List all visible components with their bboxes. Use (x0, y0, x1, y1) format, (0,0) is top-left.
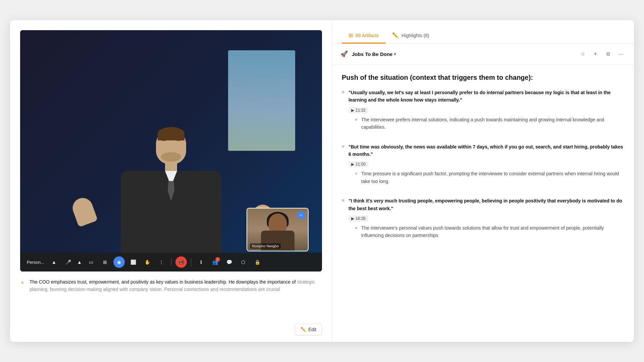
copy-button[interactable]: ⧉ (603, 49, 613, 59)
dropdown-chevron-icon: ▾ (394, 51, 396, 57)
diagram-btn[interactable]: ⬡ (237, 256, 249, 268)
bullet-content-1: "Usually usually, we let's say at least … (348, 89, 625, 138)
bullet-dot-1 (342, 91, 344, 94)
analysis-text-2: Time pressure is a significant push fact… (361, 170, 625, 185)
divider (171, 258, 171, 266)
summary-area: ✦ The COO emphasizes trust, empowerment,… (10, 272, 332, 342)
section-title: Push of the situation (context that trig… (342, 73, 625, 82)
artifact-rocket-icon: 🚀 (340, 50, 348, 58)
active-blue-btn[interactable]: ◉ (113, 256, 125, 268)
quote-text-2: "But time was obviously, the news was av… (348, 143, 625, 158)
quote-text-3: "I think it's very much trusting people,… (348, 197, 625, 212)
summary-text: The COO emphasizes trust, empowerment, a… (20, 278, 322, 293)
play-icon-3: ▶ (351, 216, 354, 221)
right-panel: ⊞ 88 Artifacts ✏️ Highlights (8) 🚀 Jobs … (332, 20, 634, 342)
artifacts-grid-icon: ⊞ (348, 32, 353, 39)
timestamp-1[interactable]: ▶ 11:32 (348, 107, 368, 113)
security-btn[interactable]: 🔒 (252, 256, 263, 268)
analysis-text-3: The interviewee's personal values push t… (361, 224, 625, 239)
video-player[interactable]: ≡ Nosipho Nwigbo Person... ▲ 🎤 ▲ ▭ ⊞ ◉ ⬜… (20, 30, 322, 272)
bullet-content-2: "But time was obviously, the news was av… (348, 143, 625, 192)
tab-artifacts[interactable]: ⊞ 88 Artifacts (342, 28, 385, 44)
analysis-item-3: The interviewee's personal values push t… (355, 224, 625, 241)
bullet-list: "Usually usually, we let's say at least … (342, 89, 625, 246)
grid-view-btn[interactable]: ⊞ (99, 256, 111, 268)
bullet-dot-2 (342, 145, 344, 148)
screen-share-btn[interactable]: ▭ (85, 256, 97, 268)
analysis-item-1: The interviewee prefers internal solutio… (355, 116, 625, 132)
bullet-item-1: "Usually usually, we let's say at least … (342, 89, 625, 138)
play-icon-2: ▶ (351, 162, 354, 167)
bullet-dot-3 (342, 199, 344, 202)
tab-header: ⊞ 88 Artifacts ✏️ Highlights (8) (332, 20, 634, 44)
add-button[interactable]: + (590, 49, 600, 59)
summary-sparkle-icon: ✦ (20, 280, 24, 286)
bullet-item-2: "But time was obviously, the news was av… (342, 143, 625, 192)
more-button[interactable]: ⋯ (616, 49, 626, 59)
pip-video[interactable]: ≡ Nosipho Nwigbo (247, 208, 309, 251)
video-controls-bar: Person... ▲ 🎤 ▲ ▭ ⊞ ◉ ⬜ ✋ ⋮ 📵 ℹ 👥 💬 ⬡ 🔒 (20, 253, 322, 272)
end-call-btn[interactable]: 📵 (175, 256, 187, 268)
artifact-selector-bar: 🚀 Jobs To Be Done ▾ ☆ + ⧉ ⋯ (332, 44, 634, 65)
pip-mute-icon[interactable]: ≡ (297, 211, 305, 219)
video-panel: ≡ Nosipho Nwigbo Person... ▲ 🎤 ▲ ▭ ⊞ ◉ ⬜… (10, 20, 332, 342)
quote-text-1: "Usually usually, we let's say at least … (348, 89, 625, 104)
timestamp-2[interactable]: ▶ 11:50 (348, 161, 368, 167)
star-button[interactable]: ☆ (578, 49, 588, 59)
play-icon-1: ▶ (351, 108, 354, 113)
arrow-up-btn[interactable]: ▲ (48, 256, 60, 268)
bullet-content-3: "I think it's very much trusting people,… (348, 197, 625, 246)
sub-dot-1 (355, 119, 357, 121)
info-btn[interactable]: ℹ (195, 256, 207, 268)
monitor-btn[interactable]: ⬜ (127, 256, 139, 268)
divider2 (191, 258, 191, 266)
hand-btn[interactable]: ✋ (142, 256, 153, 268)
sub-dot-3 (355, 227, 357, 229)
mic-btn[interactable]: 🎤 (62, 256, 74, 268)
chat-btn[interactable]: 💬 (223, 256, 235, 268)
artifact-actions: ☆ + ⧉ ⋯ (578, 49, 626, 59)
people-btn[interactable]: 👥 (209, 256, 221, 268)
highlights-pencil-icon: ✏️ (392, 32, 399, 39)
sub-dot-2 (355, 173, 357, 175)
analysis-text-1: The interviewee prefers internal solutio… (361, 116, 625, 131)
more-options-btn[interactable]: ⋮ (156, 256, 167, 268)
bullet-item-3: "I think it's very much trusting people,… (342, 197, 625, 246)
mic-arrow-btn[interactable]: ▲ (76, 256, 83, 268)
pip-name-label: Nosipho Nwigbo (250, 243, 281, 249)
edit-button[interactable]: ✏️ Edit (295, 324, 322, 335)
timestamp-3[interactable]: ▶ 16:35 (348, 216, 368, 222)
content-area: Push of the situation (context that trig… (332, 65, 634, 342)
person-label: Person... (27, 260, 44, 265)
edit-icon: ✏️ (301, 327, 306, 332)
tab-highlights[interactable]: ✏️ Highlights (8) (385, 28, 436, 44)
artifact-dropdown[interactable]: Jobs To Be Done ▾ (352, 51, 396, 57)
analysis-item-2: Time pressure is a significant push fact… (355, 170, 625, 186)
